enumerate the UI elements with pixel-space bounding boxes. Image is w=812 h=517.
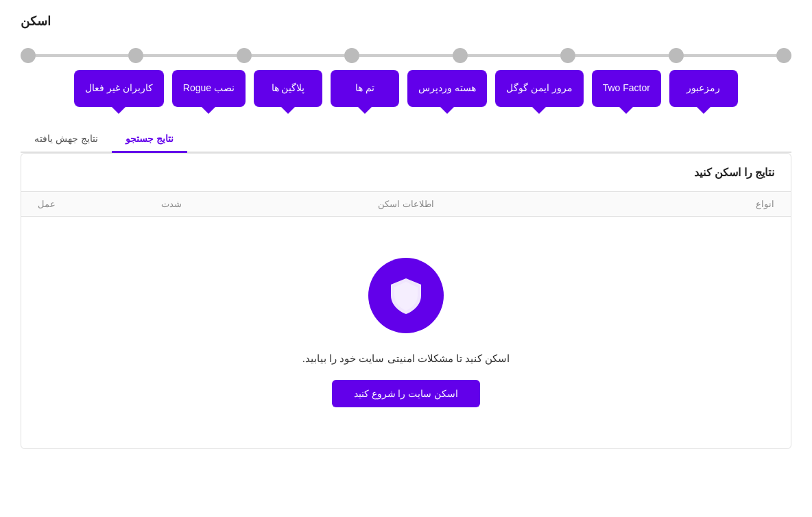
empty-state-text: اسکن کنید تا مشکلات امنیتی سایت خود را ب… bbox=[302, 352, 510, 365]
btn-install-rogue[interactable]: نصب Rogue bbox=[172, 70, 246, 107]
empty-state: اسکن کنید تا مشکلات امنیتی سایت خود را ب… bbox=[21, 217, 791, 448]
main-card: نتایج را اسکن کنید انواع اطلاعات اسکن شد… bbox=[21, 153, 791, 449]
step-line-2 bbox=[575, 54, 668, 57]
step-line-3 bbox=[468, 54, 560, 57]
step-line-1 bbox=[684, 54, 776, 57]
step-dot-3 bbox=[560, 48, 575, 63]
col-info-header: اطلاعات اسکن bbox=[239, 199, 573, 209]
step-line-4 bbox=[359, 54, 452, 57]
col-type-header: انواع bbox=[573, 199, 774, 209]
step-line-7 bbox=[36, 54, 128, 57]
scan-start-button[interactable]: اسکن سایت را شروع کنید bbox=[332, 380, 481, 407]
step-dot-2 bbox=[669, 48, 684, 63]
page-wrapper: اسکن رمزعبور Two Factor مرور ایمن گوگل ه… bbox=[0, 0, 812, 517]
step-dot-4 bbox=[453, 48, 468, 63]
page-title: اسکن bbox=[21, 14, 791, 29]
btn-themes[interactable]: تم ها bbox=[331, 70, 399, 107]
step-dot-6 bbox=[237, 48, 252, 63]
col-severity-header: شدت bbox=[105, 199, 239, 209]
step-dot-8 bbox=[21, 48, 36, 63]
step-dot-7 bbox=[128, 48, 143, 63]
col-action-header: عمل bbox=[38, 199, 105, 209]
step-dot-5 bbox=[344, 48, 359, 63]
step-line-6 bbox=[143, 54, 236, 57]
btn-wordpress-core[interactable]: هسته وردپرس bbox=[407, 70, 487, 107]
shield-icon-wrap bbox=[368, 258, 444, 333]
btn-plugins[interactable]: پلاگین ها bbox=[254, 70, 322, 107]
stepper bbox=[21, 41, 791, 63]
tab-search[interactable]: نتایج جستجو bbox=[112, 128, 187, 153]
btn-twofactor[interactable]: Two Factor bbox=[592, 70, 661, 107]
card-header: نتایج را اسکن کنید bbox=[21, 154, 791, 192]
tab-jump[interactable]: نتایج جهش یافته bbox=[21, 128, 112, 153]
tabs-row: نتایج جستجو نتایج جهش یافته bbox=[21, 128, 791, 153]
btn-google-safe[interactable]: مرور ایمن گوگل bbox=[495, 70, 584, 107]
step-dot-1 bbox=[776, 48, 791, 63]
step-buttons-row: رمزعبور Two Factor مرور ایمن گوگل هسته و… bbox=[21, 70, 791, 107]
step-line-5 bbox=[252, 54, 344, 57]
shield-icon bbox=[385, 275, 427, 316]
btn-password[interactable]: رمزعبور bbox=[669, 70, 738, 107]
table-header: انواع اطلاعات اسکن شدت عمل bbox=[21, 192, 791, 217]
btn-inactive-users[interactable]: کاربران غیر فعال bbox=[74, 70, 164, 107]
